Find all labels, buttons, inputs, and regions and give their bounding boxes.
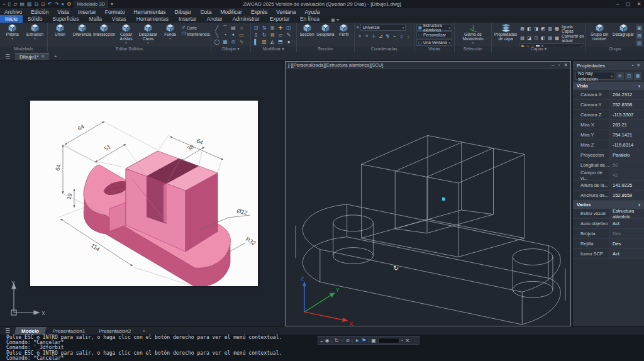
modify-tool-icon[interactable]: ◫ (285, 25, 293, 31)
coord-tool-icon[interactable]: ⌂ (398, 33, 405, 40)
property-row[interactable]: Proyección Paralelo (573, 150, 644, 160)
menu-item[interactable]: Cota (196, 9, 216, 15)
coord-tool-icon[interactable]: ⊿ (377, 33, 384, 40)
save-icon[interactable]: ▤ (19, 1, 25, 7)
ribbon-tab-administrar[interactable]: Administrar (228, 15, 265, 23)
navbar-close-icon[interactable]: ✕ (405, 338, 409, 343)
ribbon-button[interactable]: Copiar Aristas ▾ (115, 23, 137, 47)
ribbon-tab-solido[interactable]: Sólido (23, 15, 48, 23)
property-row[interactable]: Mira X 263.21 (573, 120, 644, 130)
property-row[interactable]: Auto objetivo Act (573, 219, 644, 229)
layer-tool-icon[interactable]: ▤ (519, 26, 526, 32)
coord-tool-icon[interactable]: ⌁ (391, 33, 398, 40)
coord-tool-icon[interactable]: ⍚ (405, 33, 412, 40)
layer-tool-icon[interactable]: ▥ (547, 26, 553, 32)
free-orbit-icon[interactable]: ◌ (341, 338, 344, 343)
viewport-close-icon[interactable]: ✕ (564, 62, 568, 68)
open-file-icon[interactable]: ▱ (13, 1, 17, 7)
menu-item[interactable]: Formato (101, 9, 130, 15)
draw-tool-icon[interactable]: ╱ (213, 25, 221, 31)
model-raster-image[interactable]: 64 19 64 51 38 64 114 Ø22 R32 (30, 101, 258, 286)
ribbon-tab-herramientas[interactable]: Herramientas (131, 15, 174, 23)
pin-icon[interactable]: ▪ (632, 63, 633, 68)
menu-item[interactable]: Modificar (216, 9, 246, 15)
draw-tool-icon[interactable]: ▤ (229, 25, 237, 31)
close-button[interactable]: ✕ (634, 1, 644, 7)
layer-tool-icon[interactable]: ▦ (553, 26, 560, 32)
ribbon-tab-inicio[interactable]: Inicio (0, 15, 23, 23)
layer-tool-icon[interactable]: ◧ (526, 26, 533, 32)
property-row[interactable]: Cámara Y 752.8358 (573, 100, 644, 110)
draw-tool-icon[interactable]: ◯ (213, 38, 221, 45)
modify-tool-icon[interactable]: ▱ (277, 31, 285, 38)
preview-icon[interactable]: ⊡ (41, 1, 45, 7)
ribbon-options-icon[interactable]: ▣ ▾ (331, 17, 339, 23)
minimize-button[interactable]: – (613, 1, 623, 7)
new-tab-button[interactable]: + (49, 53, 62, 59)
menu-item[interactable]: Vista (53, 9, 74, 15)
ribbon-tab-anotar[interactable]: Anotar (202, 15, 228, 23)
ribbon-button[interactable]: Prisma ▾ (1, 23, 23, 47)
property-row[interactable]: Rejilla Des (573, 239, 644, 249)
menu-item[interactable]: Ayuda (301, 9, 325, 15)
draw-tool-icon[interactable]: ▭ (237, 31, 245, 38)
property-row[interactable]: Cámara X 264.2312 (573, 90, 644, 100)
undo-icon[interactable]: ↶ (48, 1, 52, 7)
ribbon-button[interactable]: Funda ▾ (159, 23, 181, 47)
coord-tool-icon[interactable]: ↯ (384, 33, 391, 40)
make-current-label[interactable]: Convertir en actual (562, 34, 584, 43)
coord-tool-icon[interactable]: ⊹ (370, 33, 377, 40)
orbit-icon[interactable]: ↻ (335, 338, 339, 343)
document-tab[interactable]: Dibujo1* ✕ (15, 53, 49, 60)
menu-item[interactable]: Ventana (272, 9, 300, 15)
ribbon-tab-malla[interactable]: Malla (84, 15, 107, 23)
modify-tool-icon[interactable]: ▥ (260, 38, 269, 45)
menu-item[interactable]: Exprés (247, 9, 272, 15)
settings-gear-icon[interactable]: ⚙ (67, 1, 71, 7)
toggle-pickadd-icon[interactable]: ⊕ (616, 72, 624, 80)
group-button[interactable]: Desagrupar (611, 23, 635, 47)
layer-tool-icon[interactable]: ◧ (540, 35, 547, 42)
print-icon[interactable]: ⊟ (35, 1, 39, 7)
quick-select-icon[interactable]: ▦ (634, 72, 641, 80)
workspace-switcher[interactable]: Modelado 3D (74, 1, 108, 8)
menu-item[interactable]: Insertar (74, 9, 101, 15)
viewport-window[interactable]: [-][Personalizada][Estructura alámbrica]… (285, 61, 571, 326)
tab-presentacion1[interactable]: Presentación1 (46, 327, 92, 335)
zoom-icon[interactable]: ◉ (325, 338, 330, 343)
ucs-icon[interactable]: ⌖ (357, 25, 360, 31)
modify-tool-icon[interactable]: ⊞ (269, 25, 277, 31)
viewport-config-combo[interactable]: ▢ Una Ventana ▾ (416, 39, 452, 46)
draw-tool-icon[interactable]: ╲ (213, 31, 221, 38)
chevron-down-icon[interactable]: ▾ (401, 338, 403, 342)
selection-combo[interactable]: No hay selección ▾ (575, 72, 615, 80)
draw-tool-icon[interactable]: ✦ (229, 31, 237, 38)
property-row[interactable]: Icono SCP Act (573, 249, 644, 259)
draw-tool-icon[interactable]: ⌒ (221, 25, 229, 31)
visual-style-combo[interactable]: ▦ Estructura alámbrica ▾ (416, 24, 452, 31)
nav-value-input[interactable] (378, 338, 399, 343)
online-icon[interactable]: ● (61, 1, 64, 7)
draw-tool-icon[interactable]: ○ (237, 25, 245, 31)
save-as-icon[interactable]: ▥ (27, 1, 32, 7)
modify-tool-icon[interactable]: ⇅ (260, 25, 269, 31)
viewport-restore-icon[interactable]: ▫ (558, 62, 560, 68)
property-row[interactable]: Campo de vi... 42 (573, 170, 644, 181)
property-row[interactable]: Cámara Z -115.3307 (573, 110, 644, 120)
layer-tool-icon[interactable]: ▧ (519, 35, 526, 42)
new-layout-button[interactable]: + (138, 328, 149, 334)
walk-icon[interactable]: ⚑ (362, 338, 366, 343)
property-row[interactable]: Estilo visual Estructura alámbric (573, 209, 644, 219)
group-tool-icon[interactable]: ▤ (636, 32, 643, 39)
gizmo-button[interactable]: Gizmo de Movimiento ▾ (456, 23, 490, 47)
viewport-minimize-icon[interactable]: – (552, 62, 554, 68)
fly-icon[interactable]: ► (355, 338, 360, 343)
modify-tool-icon[interactable]: ⊡ (252, 25, 260, 31)
continuous-orbit-icon[interactable]: ⊘ (345, 338, 350, 343)
tab-modelo[interactable]: Modelo (14, 327, 47, 335)
app-logo-icon[interactable]: ⌁ (3, 1, 6, 7)
match-layer-label[interactable]: Iguala Capas (562, 25, 584, 33)
menu-item[interactable]: Dibujar (170, 9, 196, 15)
camera-icon[interactable]: ▣ (371, 338, 376, 343)
ribbon-tab-exportar[interactable]: Exportar (265, 15, 295, 23)
